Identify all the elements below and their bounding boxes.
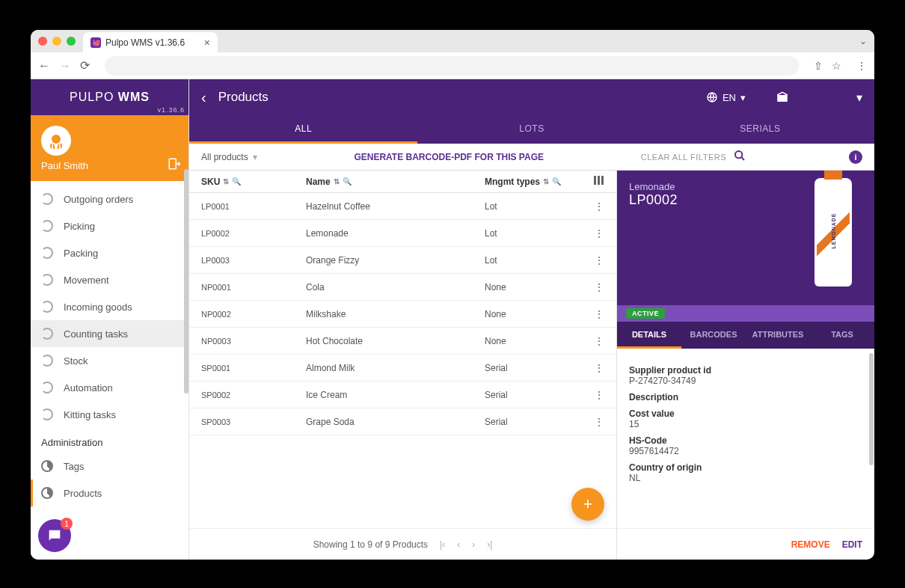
details-panel: Lemonade LP0002 LEMONADE ACTIVE: [616, 171, 874, 560]
status-badge: ACTIVE: [626, 308, 665, 319]
table-row[interactable]: LP0002LemonadeLot⋮: [189, 220, 616, 247]
sidebar-item-counting-tasks[interactable]: Counting tasks: [31, 320, 188, 347]
sort-icon[interactable]: ⇅: [223, 177, 229, 186]
search-icon[interactable]: 🔍: [343, 177, 352, 186]
tab-tags[interactable]: TAGS: [810, 322, 874, 349]
table-row[interactable]: NP0001ColaNone⋮: [189, 274, 616, 301]
tab-barcodes[interactable]: BARCODES: [681, 322, 746, 349]
field-label: Cost value: [629, 408, 862, 419]
row-menu-icon[interactable]: ⋮: [582, 200, 604, 212]
version-label: v1.36.6: [157, 106, 185, 114]
header-name[interactable]: Name: [306, 177, 331, 187]
sidebar-item-movement[interactable]: Movement: [31, 266, 188, 293]
table-row[interactable]: SP0001Almond MilkSerial⋮: [189, 355, 616, 382]
sidebar-item-products[interactable]: Products: [31, 480, 188, 506]
sidebar-item-packing[interactable]: Packing: [31, 239, 188, 266]
avatar: [41, 126, 71, 156]
table-row[interactable]: SP0003Grape SodaSerial⋮: [189, 408, 616, 435]
search-icon[interactable]: [734, 150, 746, 165]
sidebar-item-stock[interactable]: Stock: [31, 347, 188, 374]
circle-icon: [41, 328, 53, 340]
tab-attributes[interactable]: ATTRIBUTES: [746, 322, 810, 349]
sidebar-scrollbar[interactable]: [184, 169, 188, 393]
info-icon[interactable]: i: [849, 150, 862, 164]
tab-lots[interactable]: LOTS: [417, 115, 645, 144]
table-row[interactable]: NP0003Hot ChocolateNone⋮: [189, 328, 616, 355]
tab-serials[interactable]: SERIALS: [646, 115, 874, 144]
details-scrollbar[interactable]: [869, 353, 874, 465]
tab-title: Pulpo WMS v1.36.6: [105, 37, 185, 48]
products-table: SKU⇅🔍 Name⇅🔍 Mngmt types⇅🔍 LP0001Hazelnu…: [189, 171, 616, 560]
page-last-icon[interactable]: ›|: [487, 539, 492, 550]
search-icon[interactable]: 🔍: [552, 177, 561, 186]
remove-button[interactable]: REMOVE: [791, 539, 830, 550]
products-filter-dropdown[interactable]: All products ▾: [201, 152, 257, 162]
row-menu-icon[interactable]: ⋮: [582, 362, 604, 374]
sidebar-item-outgoing-orders[interactable]: Outgoing orders: [31, 186, 188, 212]
row-menu-icon[interactable]: ⋮: [582, 389, 604, 401]
sidebar-item-automation[interactable]: Automation: [31, 374, 188, 401]
maximize-window[interactable]: [67, 37, 76, 46]
tab-favicon: 🐙: [90, 37, 101, 48]
row-menu-icon[interactable]: ⋮: [582, 254, 604, 266]
page-first-icon[interactable]: |‹: [440, 539, 445, 550]
nav-forward-icon[interactable]: →: [59, 59, 71, 73]
sort-icon[interactable]: ⇅: [543, 177, 549, 186]
sidebar-item-incoming-goods[interactable]: Incoming goods: [31, 293, 188, 320]
logout-icon[interactable]: [168, 157, 181, 174]
add-product-button[interactable]: +: [571, 488, 604, 521]
chat-button[interactable]: 1: [38, 519, 71, 552]
sort-icon[interactable]: ⇅: [334, 177, 340, 186]
generate-barcode-link[interactable]: GENERATE BARCODE-PDF FOR THIS PAGE: [257, 152, 641, 162]
table-row[interactable]: LP0003Orange FizzyLot⋮: [189, 247, 616, 274]
menu-icon[interactable]: ⋮: [856, 60, 867, 72]
clear-filters-link[interactable]: CLEAR ALL FILTERS: [641, 153, 726, 162]
octopus-icon: [47, 132, 65, 150]
tab-details[interactable]: DETAILS: [617, 322, 681, 349]
header-mgmt[interactable]: Mngmt types: [485, 177, 540, 187]
tabs-expand-icon[interactable]: ⌄: [859, 36, 867, 46]
header-sku[interactable]: SKU: [201, 177, 220, 187]
table-row[interactable]: NP0002MilkshakeNone⋮: [189, 301, 616, 328]
logo-text: PULPO WMS: [70, 91, 150, 104]
bookmark-icon[interactable]: ☆: [832, 60, 841, 72]
window-controls: [38, 37, 76, 46]
admin-section-title: Administration: [31, 428, 188, 453]
back-icon[interactable]: ‹: [201, 89, 206, 106]
sidebar-item-kitting-tasks[interactable]: Kitting tasks: [31, 401, 188, 428]
circle-icon: [41, 301, 53, 313]
detail-body: Supplier product id P-274270-34749 Descr…: [617, 349, 874, 528]
tab-all[interactable]: ALL: [189, 115, 417, 144]
row-menu-icon[interactable]: ⋮: [582, 281, 604, 293]
pagination: Showing 1 to 9 of 9 Products |‹ ‹ › ›|: [189, 528, 616, 560]
sidebar-item-picking[interactable]: Picking: [31, 212, 188, 239]
edit-button[interactable]: EDIT: [842, 539, 862, 550]
columns-icon[interactable]: [594, 176, 604, 185]
minimize-window[interactable]: [52, 37, 61, 46]
nav-reload-icon[interactable]: ⟳: [80, 58, 90, 73]
row-menu-icon[interactable]: ⋮: [582, 416, 604, 428]
share-icon[interactable]: ⇧: [814, 60, 823, 72]
browser-window: 🐙 Pulpo WMS v1.36.6 × ⌄ ← → ⟳ ⇧ ☆ ⋮ PULP…: [31, 30, 874, 560]
table-row[interactable]: SP0002Ice CreamSerial⋮: [189, 382, 616, 408]
table-row[interactable]: LP0001Hazelnut CoffeeLot⋮: [189, 193, 616, 220]
field-label: Country of origin: [629, 462, 862, 473]
sidebar-item-tags[interactable]: Tags: [31, 453, 188, 480]
close-window[interactable]: [38, 37, 47, 46]
search-icon[interactable]: 🔍: [232, 177, 241, 186]
language-selector[interactable]: EN ▾: [706, 91, 746, 103]
close-tab-icon[interactable]: ×: [204, 37, 210, 49]
row-menu-icon[interactable]: ⋮: [582, 227, 604, 239]
address-bar[interactable]: [105, 56, 799, 76]
nav-back-icon[interactable]: ←: [38, 59, 50, 73]
svg-rect-3: [777, 95, 788, 102]
browser-tab[interactable]: 🐙 Pulpo WMS v1.36.6 ×: [83, 32, 218, 52]
page-prev-icon[interactable]: ‹: [457, 539, 460, 550]
pagination-text: Showing 1 to 9 of 9 Products: [313, 539, 428, 550]
row-menu-icon[interactable]: ⋮: [582, 308, 604, 320]
user-name: Paul Smith: [41, 160, 188, 171]
warehouse-selector[interactable]: ▾: [776, 91, 862, 105]
subtabs: ALL LOTS SERIALS: [189, 115, 874, 144]
row-menu-icon[interactable]: ⋮: [582, 335, 604, 347]
page-next-icon[interactable]: ›: [472, 539, 475, 550]
